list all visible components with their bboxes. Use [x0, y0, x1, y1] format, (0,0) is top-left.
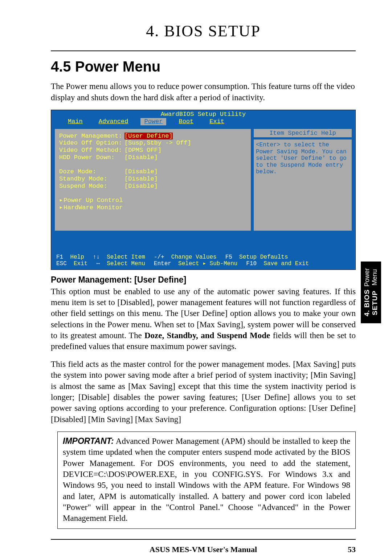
bios-screenshot: AwardBIOS Setup Utility Main Advanced Po… [51, 110, 356, 270]
divider [51, 50, 356, 51]
side-tab-line1: 4. BIOS SETUP [363, 288, 379, 317]
bios-tab-boot[interactable]: Boot [171, 118, 201, 125]
intro-text: The Power menu allows you to reduce powe… [51, 81, 356, 103]
bios-utility-title: AwardBIOS Setup Utility [51, 110, 355, 118]
body-paragraph-1: This option must be enabled to use any o… [51, 286, 356, 352]
bios-setting-value[interactable]: [Disable] [124, 154, 158, 161]
important-lead: IMPORTANT: [63, 436, 114, 446]
bios-setting-row[interactable]: Standby Mode: [Disable] [59, 175, 246, 183]
key-f5: F5 [225, 254, 232, 260]
triangle-icon: ▸ [59, 197, 63, 204]
bios-setting-label: Doze Mode: [59, 168, 124, 175]
bios-setting-row[interactable]: Power Management: [User Define] [59, 133, 246, 140]
bios-tab-power[interactable]: Power [140, 118, 166, 125]
key-arrows-v: ↑↓ [93, 254, 100, 260]
bios-setting-label: Standby Mode: [59, 175, 124, 183]
bios-setting-label: Power Management: [59, 133, 124, 140]
subsection-title: Power Management: [User Define] [51, 275, 356, 285]
bios-setting-label: Video Off Option: [59, 139, 124, 147]
bios-key-legend: F1 Help ↑↓ Select Item -/+ Change Values… [51, 252, 355, 270]
bios-help-panel: Item Specific Help <Enter> to select the… [254, 129, 352, 231]
bios-submenu[interactable]: ▸Power Up Control [59, 197, 246, 204]
bios-setting-row[interactable]: Doze Mode: [Disable] [59, 168, 246, 175]
key-esc: ESC [56, 260, 67, 267]
chapter-title: 4. BIOS SETUP [51, 22, 356, 40]
key-enter: Enter [154, 260, 171, 267]
key-plusminus: -/+ [154, 254, 164, 260]
section-title: 4.5 Power Menu [51, 58, 356, 75]
bios-setting-row[interactable]: Suspend Mode: [Disable] [59, 183, 246, 190]
bios-setting-value[interactable]: [Susp,Stby -> Off] [124, 139, 191, 147]
body-paragraph-2: This field acts as the master control fo… [51, 359, 356, 425]
key-f1: F1 [56, 254, 63, 260]
key-label: Help [70, 254, 84, 260]
bios-submenu-label: HardWare Monitor [64, 204, 123, 211]
bios-setting-label: HDD Power Down: [59, 154, 124, 161]
para1-bold: Doze, Standby, and Suspend Mode [144, 331, 270, 340]
bios-setting-value[interactable]: [Disable] [124, 183, 158, 190]
bios-tabs: Main Advanced Power Boot Exit [51, 118, 355, 126]
bios-tab-main[interactable]: Main [60, 118, 91, 125]
side-tab-line2: Power Menu [363, 267, 379, 287]
footer: ASUS MES-VM User's Manual 53 [51, 545, 356, 554]
bios-tab-exit[interactable]: Exit [201, 118, 232, 125]
bios-setting-value[interactable]: [Disable] [124, 168, 158, 175]
important-body: Advanced Power Management (APM) should b… [63, 437, 350, 523]
bios-setting-row[interactable]: HDD Power Down: [Disable] [59, 154, 246, 161]
page-number: 53 [348, 545, 356, 554]
bios-setting-value[interactable]: [DPMS OFF] [124, 147, 162, 154]
bios-setting-label: Video Off Method: [59, 147, 124, 154]
bios-help-title: Item Specific Help [254, 129, 352, 138]
bios-setting-row[interactable]: Video Off Option: [Susp,Stby -> Off] [59, 139, 246, 147]
bios-setting-value-selected[interactable]: [User Define] [124, 133, 173, 140]
triangle-icon: ▸ [59, 204, 63, 211]
footer-center: ASUS MES-VM User's Manual [150, 545, 257, 554]
key-label: Change Values [171, 254, 217, 260]
key-label: Setup Defaults [239, 254, 288, 260]
key-label: Select Menu [107, 260, 145, 267]
bios-setting-value[interactable]: [Disable] [124, 175, 158, 183]
important-box: IMPORTANT: Advanced Power Management (AP… [57, 432, 356, 529]
bios-help-body: <Enter> to select the Power Saving Mode.… [254, 139, 352, 230]
bios-setting-label: Suspend Mode: [59, 183, 124, 190]
bios-tab-advanced[interactable]: Advanced [91, 118, 136, 125]
key-arrows-h: ↔ [96, 260, 100, 267]
side-tab: 4. BIOS SETUP Power Menu [361, 262, 381, 323]
bios-main-panel: Power Management: [User Define] Video Of… [55, 129, 251, 231]
key-f10: F10 [246, 260, 257, 267]
key-label: Select ▸ Sub-Menu [178, 260, 237, 267]
key-label: Save and Exit [264, 260, 309, 267]
divider [51, 539, 356, 540]
bios-submenu[interactable]: ▸HardWare Monitor [59, 204, 246, 211]
bios-setting-row[interactable]: Video Off Method: [DPMS OFF] [59, 147, 246, 154]
bios-submenu-label: Power Up Control [64, 197, 123, 204]
key-label: Exit [74, 260, 87, 267]
key-label: Select Item [107, 254, 145, 260]
